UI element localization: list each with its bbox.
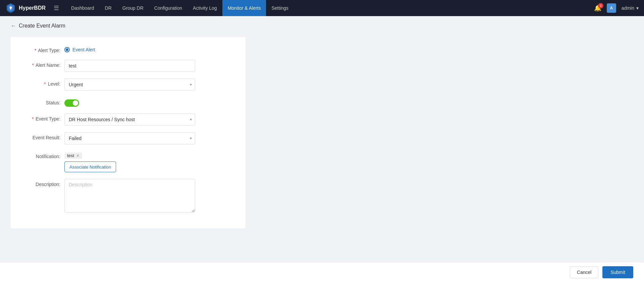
brand-logo[interactable]: HyperBDR	[5, 3, 46, 13]
event-type-row: * Event Type: DR Host Resources / Sync h…	[24, 113, 232, 126]
page-content: ← Create Event Alarm * Alert Type: Event…	[0, 16, 644, 262]
back-button[interactable]: ←	[11, 23, 16, 29]
associate-notification-button[interactable]: Associate Notification	[64, 161, 116, 172]
notification-tag-close[interactable]: ✕	[76, 154, 79, 158]
status-label: Status:	[24, 97, 64, 105]
alert-name-row: * Alert Name:	[24, 60, 232, 72]
username-label: admin	[622, 5, 634, 11]
page-title: Create Event Alarm	[19, 23, 65, 29]
notification-row: Notification: test ✕ Associate Notificat…	[24, 151, 232, 172]
nav-menu: Dashboard DR Group DR Configuration Acti…	[66, 0, 594, 16]
hyperbdr-logo-icon	[5, 3, 16, 13]
level-select[interactable]: Urgent High Medium Low	[64, 79, 195, 91]
menu-icon[interactable]: ☰	[54, 4, 59, 12]
user-menu[interactable]: admin ▾	[622, 5, 639, 11]
description-label: Description:	[24, 179, 64, 187]
status-toggle[interactable]	[64, 99, 79, 107]
form-container: * Alert Type: Event Alert * Alert Name:	[11, 37, 246, 228]
event-result-row: Event Result: Failed Success All ▾	[24, 132, 232, 144]
notification-label: Notification:	[24, 151, 64, 159]
notification-field: test ✕ Associate Notification	[64, 151, 232, 172]
level-label: * Level:	[24, 79, 64, 87]
description-textarea[interactable]	[64, 179, 195, 213]
alert-type-row: * Alert Type: Event Alert	[24, 45, 232, 53]
nav-dashboard[interactable]: Dashboard	[66, 0, 100, 16]
nav-configuration[interactable]: Configuration	[149, 0, 187, 16]
notification-button[interactable]: 🔔 4	[594, 4, 601, 12]
cancel-button[interactable]: Cancel	[570, 266, 599, 278]
notification-tag: test ✕	[64, 152, 82, 159]
status-row: Status:	[24, 97, 232, 107]
navbar-right: 🔔 4 A admin ▾	[594, 3, 639, 13]
alert-type-field: Event Alert	[64, 45, 232, 52]
alert-type-radio-group[interactable]: Event Alert	[64, 45, 232, 52]
event-alert-label: Event Alert	[72, 47, 95, 52]
event-result-label: Event Result:	[24, 132, 64, 140]
notification-tag-label: test	[67, 153, 74, 158]
event-result-select[interactable]: Failed Success All	[64, 132, 195, 144]
event-result-select-wrapper: Failed Success All ▾	[64, 132, 195, 144]
notification-tags-container: test ✕	[64, 151, 232, 159]
event-type-select-wrapper: DR Host Resources / Sync host DR Host Re…	[64, 113, 195, 126]
description-row: Description:	[24, 179, 232, 214]
page-header: ← Create Event Alarm	[11, 23, 633, 29]
notification-badge: 4	[598, 3, 603, 8]
level-row: * Level: Urgent High Medium Low ▾	[24, 79, 232, 91]
event-result-field: Failed Success All ▾	[64, 132, 232, 144]
description-field	[64, 179, 232, 214]
alert-name-input[interactable]	[64, 60, 195, 72]
event-type-label: * Event Type:	[24, 113, 64, 122]
alert-type-label: * Alert Type:	[24, 45, 64, 53]
brand-name: HyperBDR	[19, 5, 46, 11]
event-type-field: DR Host Resources / Sync host DR Host Re…	[64, 113, 232, 126]
nav-monitor-alerts[interactable]: Monitor & Alerts	[222, 0, 266, 16]
event-type-select[interactable]: DR Host Resources / Sync host DR Host Re…	[64, 113, 195, 126]
level-field: Urgent High Medium Low ▾	[64, 79, 232, 91]
level-select-wrapper: Urgent High Medium Low ▾	[64, 79, 195, 91]
toggle-knob	[73, 100, 78, 106]
chevron-down-icon: ▾	[636, 5, 639, 11]
page-footer: Cancel Submit	[0, 262, 644, 282]
nav-settings[interactable]: Settings	[266, 0, 294, 16]
avatar-icon[interactable]: A	[607, 3, 616, 13]
alert-name-label: * Alert Name:	[24, 60, 64, 68]
event-alert-radio[interactable]	[64, 47, 70, 52]
status-field	[64, 97, 232, 107]
nav-group-dr[interactable]: Group DR	[117, 0, 149, 16]
submit-button[interactable]: Submit	[602, 266, 633, 278]
navbar: HyperBDR ☰ Dashboard DR Group DR Configu…	[0, 0, 644, 16]
alert-name-field	[64, 60, 232, 72]
nav-dr[interactable]: DR	[100, 0, 117, 16]
nav-activity-log[interactable]: Activity Log	[187, 0, 222, 16]
